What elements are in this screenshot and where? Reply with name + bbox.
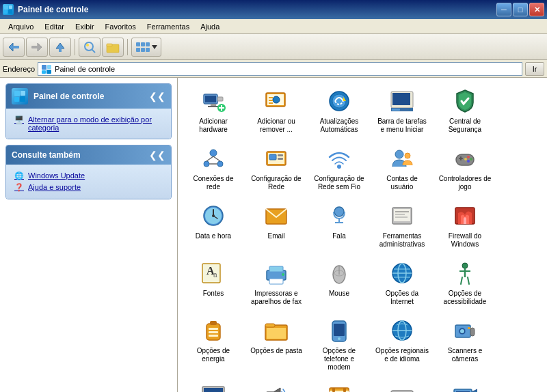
icon-item-data-hora[interactable]: Data e hora bbox=[183, 198, 243, 253]
sidebar-link-categoria[interactable]: 🖥️ Alternar para o modo de exibição por … bbox=[12, 114, 165, 133]
close-button[interactable]: ✕ bbox=[529, 3, 544, 16]
svg-rect-126 bbox=[204, 388, 223, 392]
svg-marker-130 bbox=[274, 388, 280, 392]
icon-item-config-rede-sem-fio[interactable]: Configuração de Rede sem Fio bbox=[309, 141, 369, 195]
svg-point-94 bbox=[282, 273, 284, 276]
go-button[interactable]: Ir bbox=[525, 62, 544, 76]
icon-item-fontes[interactable]: Aa Fontes bbox=[183, 255, 243, 310]
opcoes-regionais-label: Opções regionais e de idioma bbox=[375, 347, 429, 363]
icon-item-tarefas-agendadas[interactable]: Tarefas agendadas bbox=[309, 378, 369, 392]
svg-marker-150 bbox=[472, 389, 477, 392]
svg-rect-32 bbox=[217, 97, 223, 101]
sidebar-collapse-btn-2[interactable]: ❮❮ bbox=[149, 150, 165, 160]
svg-rect-92 bbox=[269, 266, 283, 272]
menu-favoritos[interactable]: Favoritos bbox=[100, 21, 142, 32]
menu-editar[interactable]: Editar bbox=[39, 21, 70, 32]
svg-point-116 bbox=[338, 337, 341, 340]
icon-item-config-rede[interactable]: Configuração de Rede bbox=[246, 141, 306, 195]
icon-item-contas-usuario[interactable]: Contas de usuário bbox=[372, 141, 432, 195]
icon-item-teclado[interactable]: Teclado bbox=[372, 378, 432, 392]
icon-item-opcoes-regionais[interactable]: Opções regionais e de idioma bbox=[372, 313, 432, 376]
views-button[interactable] bbox=[131, 38, 161, 57]
windows-update-icon: 🌐 bbox=[14, 171, 24, 180]
firewall-label: Firewall do Windows bbox=[438, 232, 492, 249]
maximize-button[interactable]: □ bbox=[513, 3, 528, 16]
mouse-icon bbox=[325, 260, 353, 287]
icon-item-adicionar-hardware[interactable]: Adicionar hardware bbox=[183, 83, 243, 138]
icon-item-email[interactable]: Email bbox=[246, 198, 306, 253]
icon-item-conexoes-rede[interactable]: Conexões de rede bbox=[183, 141, 243, 195]
ferramentas-admin-label: Ferramentas administrativas bbox=[375, 232, 429, 249]
fontes-icon: Aa bbox=[200, 260, 227, 287]
icon-item-opcoes-pasta[interactable]: Opções de pasta bbox=[246, 313, 306, 376]
svg-rect-3 bbox=[8, 10, 12, 14]
icon-item-opcoes-acessibilidade[interactable]: Opções de acessibilidade bbox=[435, 255, 495, 310]
opcoes-internet-icon bbox=[388, 260, 416, 287]
email-icon bbox=[263, 202, 290, 229]
folders-button[interactable] bbox=[102, 38, 124, 57]
sidebar-link-ajuda[interactable]: ❓ Ajuda e suporte bbox=[12, 182, 165, 193]
svg-rect-0 bbox=[4, 5, 8, 10]
address-field[interactable]: Painel de controle bbox=[38, 62, 522, 76]
svg-point-70 bbox=[470, 158, 472, 160]
menu-ferramentas[interactable]: Ferramentas bbox=[142, 21, 195, 32]
mouse-label: Mouse bbox=[329, 290, 349, 298]
opcoes-telefone-icon bbox=[325, 317, 353, 344]
sidebar: Painel de controle ❮❮ 🖥️ Alternar para o… bbox=[0, 78, 178, 392]
icon-item-sons-dispositivos[interactable]: Sons e dispositivos de áudio bbox=[246, 378, 306, 392]
contas-usuario-icon bbox=[388, 145, 416, 172]
svg-rect-83 bbox=[394, 209, 410, 221]
icon-item-fala[interactable]: Fala bbox=[309, 198, 369, 253]
icon-item-central-seguranca[interactable]: Central de Segurança bbox=[435, 83, 495, 138]
title-bar-left: Painel de controle bbox=[3, 4, 88, 15]
config-rede-icon bbox=[263, 145, 290, 172]
up-button[interactable] bbox=[49, 38, 71, 57]
opcoes-energia-icon bbox=[200, 317, 227, 344]
icon-item-impressoras[interactable]: Impressoras e aparelhos de fax bbox=[246, 255, 306, 310]
svg-line-56 bbox=[213, 156, 220, 161]
svg-rect-27 bbox=[21, 91, 25, 96]
search-button[interactable] bbox=[79, 38, 101, 57]
minimize-button[interactable]: ─ bbox=[496, 3, 511, 16]
icon-item-opcoes-energia[interactable]: Opções de energia bbox=[183, 313, 243, 376]
sidebar-header-left-2: Consulte também bbox=[12, 150, 81, 160]
svg-text:a: a bbox=[213, 271, 217, 279]
conexoes-rede-label: Conexões de rede bbox=[186, 175, 241, 191]
sidebar-link-windows-update[interactable]: 🌐 Windows Update bbox=[12, 170, 165, 182]
forward-button[interactable] bbox=[26, 38, 48, 57]
sidebar-panel-body-consulte: 🌐 Windows Update ❓ Ajuda e suporte bbox=[6, 165, 171, 199]
icon-item-opcoes-telefone[interactable]: Opções de telefone e modem bbox=[309, 313, 369, 376]
icon-item-firewall[interactable]: Firewall do Windows bbox=[435, 198, 495, 253]
sistema-icon bbox=[200, 382, 227, 392]
icon-item-atualizacoes[interactable]: Atualizações Automáticas bbox=[309, 83, 369, 138]
svg-point-69 bbox=[467, 156, 470, 158]
icon-item-scanners-cameras[interactable]: Scanners e câmeras bbox=[435, 313, 495, 376]
icon-item-controladores-jogo[interactable]: Controladores de jogo bbox=[435, 141, 495, 195]
menu-exibir[interactable]: Exibir bbox=[70, 21, 100, 32]
svg-rect-50 bbox=[392, 109, 400, 111]
icon-item-opcoes-internet[interactable]: Opções da Internet bbox=[372, 255, 432, 310]
email-label: Email bbox=[267, 232, 284, 240]
icon-item-adicionar-remover[interactable]: Adicionar ou remover ... bbox=[246, 83, 306, 138]
sidebar-collapse-btn[interactable]: ❮❮ bbox=[149, 91, 165, 102]
icon-item-ferramentas-admin[interactable]: Ferramentas administrativas bbox=[372, 198, 432, 253]
impressoras-label: Impressoras e aparelhos de fax bbox=[249, 290, 304, 306]
svg-point-12 bbox=[86, 44, 89, 46]
teclado-icon bbox=[388, 382, 416, 392]
svg-rect-24 bbox=[42, 70, 46, 74]
menu-ajuda[interactable]: Ajuda bbox=[195, 21, 225, 32]
icon-item-barra-tarefas[interactable]: Barra de tarefas e menu Iniciar bbox=[372, 83, 432, 138]
icon-item-video[interactable]: Vídeo bbox=[435, 378, 495, 392]
back-button[interactable] bbox=[3, 38, 25, 57]
barra-tarefas-label: Barra de tarefas e menu Iniciar bbox=[375, 117, 429, 134]
svg-rect-124 bbox=[470, 328, 475, 336]
svg-rect-14 bbox=[107, 44, 112, 46]
icon-item-mouse[interactable]: Mouse bbox=[309, 255, 369, 310]
video-icon bbox=[451, 382, 479, 392]
icon-item-sistema[interactable]: Sistema bbox=[183, 378, 243, 392]
fala-icon bbox=[325, 202, 353, 229]
svg-rect-123 bbox=[468, 327, 470, 329]
contas-usuario-label: Contas de usuário bbox=[375, 175, 429, 191]
config-rede-sem-fio-label: Configuração de Rede sem Fio bbox=[312, 175, 366, 191]
menu-arquivo[interactable]: Arquivo bbox=[3, 21, 39, 32]
